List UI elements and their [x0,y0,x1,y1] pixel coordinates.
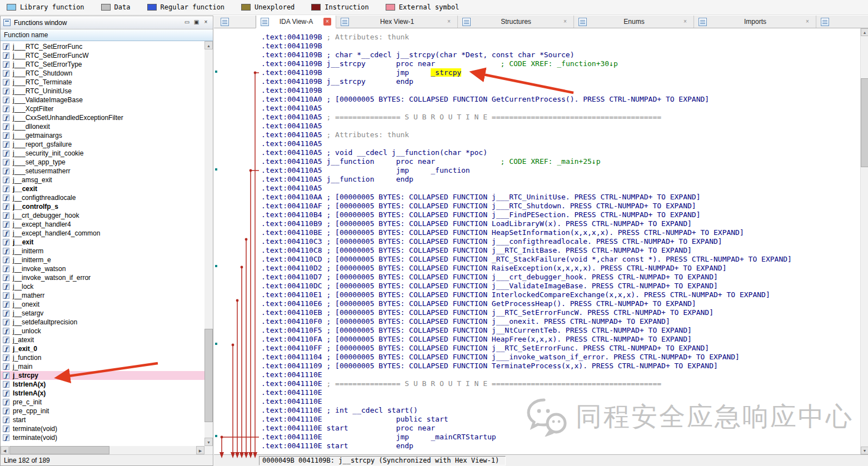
function-list-item[interactable]: ƒ j_main [1,362,204,371]
disasm-line[interactable]: .text:004110CD ; [00000005 BYTES: COLLAP… [261,255,860,264]
function-list-item[interactable]: ƒ pre_c_init [1,398,204,407]
scroll-left-icon[interactable]: ◀ [1,446,9,454]
disasm-line[interactable]: .text:004110A5 [261,104,860,113]
disasm-line[interactable]: .text:004110D2 ; [00000005 BYTES: COLLAP… [261,264,860,273]
disasm-line[interactable]: .text:0041109B [261,86,860,95]
disassembly-vertical-scrollbar[interactable]: ▲ ▼ [860,28,868,454]
disasm-line[interactable]: .text:0041109B jmp _strcpy [261,68,860,77]
function-list-item[interactable]: ƒ j___RTC_SetErrorType [1,60,204,69]
disasm-line[interactable]: .text:004110DC ; [00000005 BYTES: COLLAP… [261,282,860,290]
function-list-item[interactable]: ƒ j___set_app_type [1,158,204,167]
function-list-item[interactable]: ƒ j__unlock [1,327,204,335]
tab-close-icon[interactable]: × [445,18,453,26]
function-list-item[interactable]: ƒ j__crt_debugger_hook [1,211,204,220]
function-list-item[interactable]: ƒ j__lock [1,282,204,291]
functions-horizontal-scrollbar[interactable]: ◀ ▶ [1,446,204,454]
close-button[interactable]: × [202,18,210,27]
disasm-line[interactable]: .text:004110A5 j__function endp [261,175,860,184]
function-list-item[interactable]: ƒ terminate(void) [1,424,204,433]
disasm-line[interactable]: .text:004110A5 [261,184,860,193]
function-list-item[interactable]: ƒ j___ValidateImageBase [1,96,204,104]
disasm-line[interactable]: .text:0041110E ; =============== S U B R… [261,379,860,388]
function-list-item[interactable]: ƒ j__except_handler4 [1,220,204,229]
disasm-line[interactable]: .text:0041109B ; Attributes: thunk [261,33,860,42]
function-list-item[interactable]: ƒ j__setdefaultprecision [1,318,204,327]
function-list-item[interactable]: ƒ j___RTC_Shutdown [1,69,204,78]
function-list-item[interactable]: ƒ j__setargv [1,309,204,318]
disasm-line[interactable]: .text:004110A5 ; =============== S U B R… [261,113,860,122]
disasm-line[interactable]: .text:0041110E public start [261,415,860,424]
function-list-item[interactable]: ƒ j__initterm [1,247,204,255]
disassembly-view[interactable]: .text:0041109B ; Attributes: thunk.text:… [259,28,860,454]
disasm-line[interactable]: .text:004110A5 [261,122,860,131]
function-list-item[interactable]: ƒ j_strcpy [1,371,204,380]
scroll-right-icon[interactable]: ▶ [196,446,204,454]
function-list-item[interactable]: ƒ j__exit [1,238,204,247]
tab-hex-view-1[interactable]: Hex View-1 × [336,16,458,28]
disasm-line[interactable]: .text:0041110E [261,397,860,406]
scroll-down-icon[interactable]: ▼ [204,438,213,446]
function-name-column-header[interactable]: Function name [1,29,213,41]
function-list-item[interactable]: ƒ j___getmainargs [1,131,204,140]
function-list-item[interactable]: ƒ j_exit_0 [1,344,204,353]
function-list-item[interactable]: ƒ j__cexit [1,184,204,193]
function-list-item[interactable]: ƒ j___RTC_SetErrorFuncW [1,51,204,60]
function-list-item[interactable]: ƒ j___RTC_Terminate [1,78,204,87]
float-button[interactable]: ▣ [192,18,201,27]
function-list-item[interactable]: ƒ j__controlfp_s [1,202,204,211]
tab-ida-view-a[interactable]: IDA View-A × [256,16,336,28]
disasm-line[interactable]: .text:004110A5 j__function proc near ; C… [261,157,860,166]
functions-vertical-scrollbar[interactable]: ▲ ▼ [204,41,213,446]
disasm-line[interactable]: .text:004110F0 ; [00000005 BYTES: COLLAP… [261,317,860,326]
disasm-line[interactable]: .text:0041109B [261,42,860,51]
function-list-item[interactable]: ƒ j__onexit [1,300,204,309]
disasm-line[interactable]: .text:004110E1 ; [00000005 BYTES: COLLAP… [261,290,860,299]
disasm-line[interactable]: .text:0041109B ; char *__cdecl j__strcpy… [261,51,860,59]
function-list-item[interactable]: ƒ terminate(void) [1,433,204,442]
scrollbar-thumb[interactable] [861,78,868,167]
scroll-up-icon[interactable]: ▲ [861,28,868,36]
function-list-item[interactable]: ƒ j___RTC_SetErrorFunc [1,42,204,51]
disasm-line[interactable]: .text:00411104 ; [00000005 BYTES: COLLAP… [261,353,860,362]
function-list-item[interactable]: ƒ lstrlenA(x) [1,380,204,389]
disasm-line[interactable]: .text:004110B9 ; [00000005 BYTES: COLLAP… [261,219,860,228]
function-list-item[interactable]: ƒ lstrlenA(x) [1,389,204,398]
disasm-line[interactable]: .text:004110FA ; [00000005 BYTES: COLLAP… [261,335,860,344]
function-list-item[interactable]: ƒ j___setusermatherr [1,167,204,176]
function-list-item[interactable]: ƒ j__configthreadlocale [1,193,204,202]
tab-close-icon[interactable]: × [323,18,331,26]
function-list-item[interactable]: ƒ j___RTC_UninitUse [1,87,204,96]
disasm-line[interactable]: .text:0041110E start proc near [261,424,860,433]
function-list-item[interactable]: ƒ j__amsg_exit [1,176,204,184]
function-list-item[interactable]: ƒ j___dllonexit [1,122,204,131]
disasm-line[interactable]: .text:004110E6 ; [00000005 BYTES: COLLAP… [261,299,860,308]
scrollbar-thumb[interactable] [204,329,213,422]
scrollbar-thumb[interactable] [9,446,109,454]
disasm-line[interactable]: .text:004110FF ; [00000005 BYTES: COLLAP… [261,344,860,353]
scroll-down-icon[interactable]: ▼ [861,447,868,454]
tab-structures[interactable]: Structures × [458,16,574,28]
tab-enums[interactable]: Enums × [574,16,694,28]
function-list-item[interactable]: ƒ j_atexit [1,335,204,344]
function-list-item[interactable]: ƒ start [1,415,204,424]
disasm-line[interactable]: .text:004110C8 ; [00000005 BYTES: COLLAP… [261,246,860,255]
scroll-up-icon[interactable]: ▲ [204,41,213,49]
disasm-line[interactable]: .text:004110EB ; [00000005 BYTES: COLLAP… [261,308,860,317]
disasm-line[interactable]: .text:004110B4 ; [00000005 BYTES: COLLAP… [261,211,860,219]
restore-button[interactable]: ▭ [183,18,191,27]
disasm-line[interactable]: .text:004110C3 ; [00000005 BYTES: COLLAP… [261,237,860,246]
disasm-line[interactable]: .text:004110AA ; [00000005 BYTES: COLLAP… [261,193,860,202]
function-list-item[interactable]: ƒ pre_cpp_init [1,407,204,415]
disasm-line[interactable]: .text:004110A0 ; [00000005 BYTES: COLLAP… [261,95,860,104]
tab-close-icon[interactable]: × [804,18,811,26]
disasm-line[interactable]: .text:004110A5 ; Attributes: thunk [261,131,860,139]
disasm-line[interactable]: .text:0041110E ; int __cdecl start() [261,406,860,415]
disasm-line[interactable]: .text:0041110E jmp _mainCRTStartup [261,433,860,442]
disasm-line[interactable]: .text:004110AF ; [00000005 BYTES: COLLAP… [261,202,860,211]
disasm-line[interactable]: .text:004110A5 jmp _function [261,166,860,175]
function-list-item[interactable]: ƒ j___CxxSetUnhandledExceptionFilter [1,113,204,122]
tab-corner[interactable] [214,16,235,28]
function-list-item[interactable]: ƒ j___security_init_cookie [1,149,204,158]
function-list-item[interactable]: ƒ j__invoke_watson [1,264,204,273]
disasm-line[interactable]: .text:00411109 ; [00000005 BYTES: COLLAP… [261,362,860,370]
